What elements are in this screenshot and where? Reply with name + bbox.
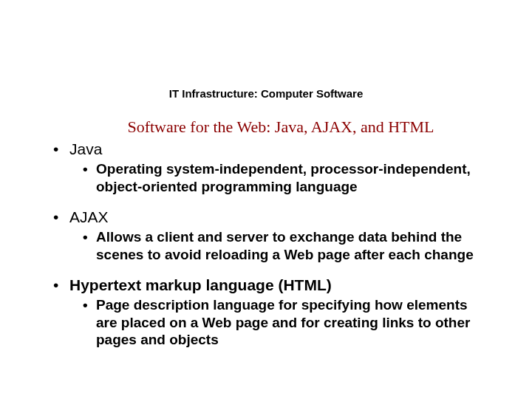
bullet-java: Java Operating system-independent, proce…	[43, 140, 492, 196]
bullet-label: AJAX	[69, 208, 109, 225]
bullet-html: Hypertext markup language (HTML) Page de…	[43, 276, 492, 349]
bullet-java-detail: Operating system-independent, processor-…	[80, 160, 492, 196]
slide-header: IT Infrastructure: Computer Software	[0, 0, 532, 100]
slide: IT Infrastructure: Computer Software Sof…	[0, 0, 532, 399]
bullet-html-detail: Page description language for specifying…	[80, 296, 492, 349]
bullet-ajax: AJAX Allows a client and server to excha…	[43, 208, 492, 264]
bullet-ajax-detail: Allows a client and server to exchange d…	[80, 228, 492, 264]
bullet-label: Hypertext markup language (HTML)	[69, 276, 332, 293]
slide-content: Java Operating system-independent, proce…	[0, 137, 532, 349]
slide-title: Software for the Web: Java, AJAX, and HT…	[0, 117, 532, 137]
bullet-label: Java	[69, 140, 102, 157]
